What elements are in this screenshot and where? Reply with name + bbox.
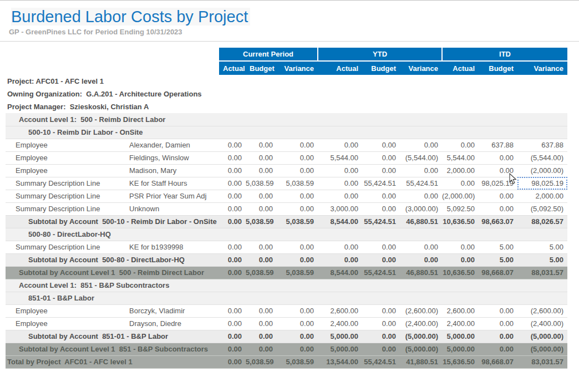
value-cell[interactable]: 0.00 <box>219 330 246 343</box>
value-cell[interactable]: 5,038.59 <box>277 177 318 190</box>
value-cell[interactable]: 5,038.59 <box>277 215 318 228</box>
value-cell[interactable]: 0.00 <box>246 139 277 151</box>
value-cell[interactable]: (2,600.00) <box>517 304 567 317</box>
value-cell[interactable]: 0.00 <box>246 317 277 330</box>
value-cell[interactable]: 5,000.00 <box>318 343 362 355</box>
value-cell[interactable]: 0.00 <box>318 253 362 266</box>
value-cell[interactable]: 0.00 <box>219 355 246 368</box>
value-cell[interactable]: 88,031.57 <box>517 266 567 279</box>
value-cell[interactable]: 0.00 <box>479 304 517 317</box>
value-cell[interactable]: 0.00 <box>318 190 362 202</box>
value-cell[interactable]: (5,544.00) <box>400 151 442 164</box>
value-cell[interactable]: 2,400.00 <box>442 317 479 330</box>
value-cell[interactable]: 0.00 <box>277 190 318 202</box>
value-cell[interactable]: 0.00 <box>246 304 277 317</box>
value-cell[interactable]: 0.00 <box>277 317 318 330</box>
value-cell[interactable]: 5,038.59 <box>277 355 318 368</box>
value-cell[interactable]: 5.00 <box>479 253 517 266</box>
value-cell[interactable]: 5.00 <box>479 241 517 253</box>
value-cell[interactable]: 0.00 <box>219 215 246 228</box>
value-cell[interactable]: (2,400.00) <box>400 317 442 330</box>
value-cell[interactable]: 0.00 <box>219 304 246 317</box>
value-cell[interactable]: 0.00 <box>219 139 246 151</box>
value-cell[interactable]: (5,000.00) <box>517 330 567 343</box>
value-cell[interactable]: 15,636.50 <box>442 355 479 368</box>
value-cell[interactable]: 13,544.00 <box>318 355 362 368</box>
value-cell[interactable]: 0.00 <box>362 253 400 266</box>
value-cell[interactable]: (5,000.00) <box>517 343 567 355</box>
value-cell[interactable]: 0.00 <box>362 330 400 343</box>
value-cell[interactable]: 0.00 <box>277 164 318 177</box>
value-cell[interactable]: (3,000.00) <box>400 202 442 215</box>
value-cell[interactable]: 0.00 <box>479 190 517 202</box>
value-cell[interactable]: 98,668.07 <box>479 266 517 279</box>
value-cell[interactable]: 0.00 <box>219 164 246 177</box>
value-cell[interactable]: 0.00 <box>277 241 318 253</box>
value-cell[interactable]: 0.00 <box>277 343 318 355</box>
value-cell[interactable]: 0.00 <box>219 202 246 215</box>
value-cell[interactable]: 5,038.59 <box>246 355 277 368</box>
value-cell[interactable]: 83,031.57 <box>517 355 567 368</box>
value-cell[interactable]: (2,600.00) <box>400 304 442 317</box>
value-cell[interactable]: 5,038.59 <box>246 215 277 228</box>
value-cell[interactable]: (5,000.00) <box>400 330 442 343</box>
selected-cell[interactable]: 98,025.19 <box>517 177 567 190</box>
value-cell[interactable]: 0.00 <box>400 253 442 266</box>
value-cell[interactable]: 5.00 <box>517 241 567 253</box>
value-cell[interactable]: 637.88 <box>479 139 517 151</box>
value-cell[interactable]: 0.00 <box>277 304 318 317</box>
value-cell[interactable]: 0.00 <box>442 241 479 253</box>
value-cell[interactable]: 0.00 <box>400 164 442 177</box>
value-cell[interactable]: 0.00 <box>442 177 479 190</box>
value-cell[interactable]: 2,400.00 <box>318 317 362 330</box>
value-cell[interactable]: 0.00 <box>362 164 400 177</box>
value-cell[interactable]: 0.00 <box>362 343 400 355</box>
value-cell[interactable]: 55,424.51 <box>362 215 400 228</box>
value-cell[interactable]: 0.00 <box>246 241 277 253</box>
value-cell[interactable]: 0.00 <box>479 164 517 177</box>
value-cell[interactable]: 5,038.59 <box>246 266 277 279</box>
value-cell[interactable]: 0.00 <box>479 343 517 355</box>
value-cell[interactable]: 46,880.51 <box>400 215 442 228</box>
value-cell[interactable]: 8,544.00 <box>318 266 362 279</box>
value-cell[interactable]: 0.00 <box>362 202 400 215</box>
value-cell[interactable]: 55,424.51 <box>362 177 400 190</box>
value-cell[interactable]: 0.00 <box>400 139 442 151</box>
value-cell[interactable]: 0.00 <box>479 330 517 343</box>
value-cell[interactable]: 637.88 <box>517 139 567 151</box>
value-cell[interactable]: 0.00 <box>362 304 400 317</box>
value-cell[interactable]: 0.00 <box>362 241 400 253</box>
value-cell[interactable]: 0.00 <box>277 151 318 164</box>
value-cell[interactable]: 0.00 <box>479 151 517 164</box>
value-cell[interactable]: 0.00 <box>219 317 246 330</box>
value-cell[interactable]: 98,668.07 <box>479 355 517 368</box>
value-cell[interactable]: 0.00 <box>362 190 400 202</box>
value-cell[interactable]: 2,000.00 <box>517 190 567 202</box>
value-cell[interactable]: 0.00 <box>277 253 318 266</box>
value-cell[interactable]: 0.00 <box>479 202 517 215</box>
value-cell[interactable]: 5,092.50 <box>442 202 479 215</box>
value-cell[interactable]: 5,038.59 <box>277 266 318 279</box>
value-cell[interactable]: (5,000.00) <box>400 343 442 355</box>
value-cell[interactable]: 5,000.00 <box>442 330 479 343</box>
value-cell[interactable]: 0.00 <box>219 151 246 164</box>
value-cell[interactable]: 46,880.51 <box>400 266 442 279</box>
value-cell[interactable]: (2,000.00) <box>442 190 479 202</box>
value-cell[interactable]: 0.00 <box>246 164 277 177</box>
value-cell[interactable]: 0.00 <box>400 190 442 202</box>
value-cell[interactable]: 0.00 <box>400 241 442 253</box>
value-cell[interactable]: 5,038.59 <box>246 177 277 190</box>
value-cell[interactable]: 0.00 <box>246 330 277 343</box>
value-cell[interactable]: 5,000.00 <box>442 343 479 355</box>
value-cell[interactable]: 5,544.00 <box>442 151 479 164</box>
value-cell[interactable]: 10,636.50 <box>442 266 479 279</box>
value-cell[interactable]: 98,663.07 <box>479 215 517 228</box>
value-cell[interactable]: 2,000.00 <box>442 164 479 177</box>
value-cell[interactable]: 8,544.00 <box>318 215 362 228</box>
value-cell[interactable]: 0.00 <box>219 177 246 190</box>
value-cell[interactable]: 55,424.51 <box>362 355 400 368</box>
value-cell[interactable]: 88,026.57 <box>517 215 567 228</box>
value-cell[interactable]: 3,000.00 <box>318 202 362 215</box>
value-cell[interactable]: 0.00 <box>362 151 400 164</box>
value-cell[interactable]: 0.00 <box>442 139 479 151</box>
